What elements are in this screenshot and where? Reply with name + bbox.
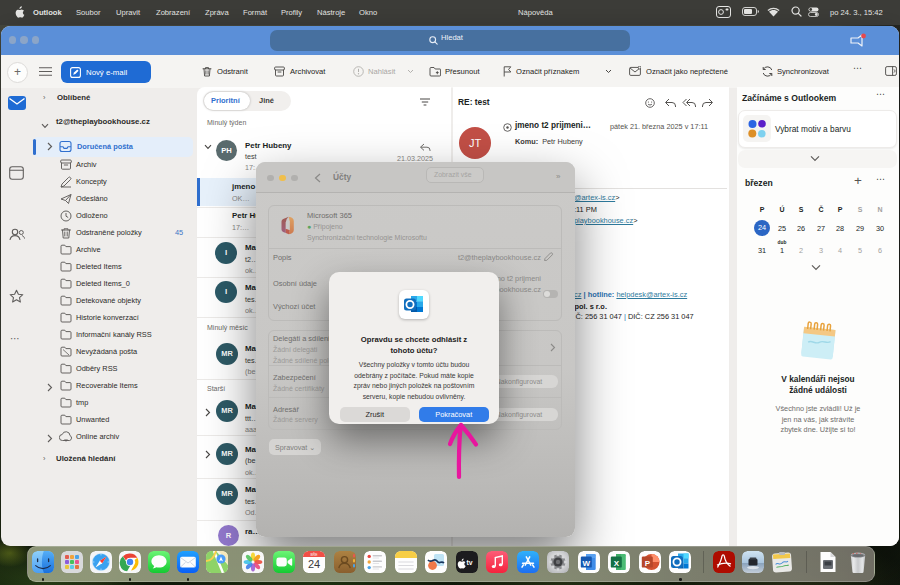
svg-text:BŘE: BŘE bbox=[311, 552, 319, 557]
svg-text:tv: tv bbox=[466, 559, 472, 566]
svg-text:X: X bbox=[614, 559, 620, 568]
svg-text:P: P bbox=[644, 559, 650, 568]
svg-text:24: 24 bbox=[308, 558, 320, 570]
svg-text:W: W bbox=[582, 559, 590, 568]
